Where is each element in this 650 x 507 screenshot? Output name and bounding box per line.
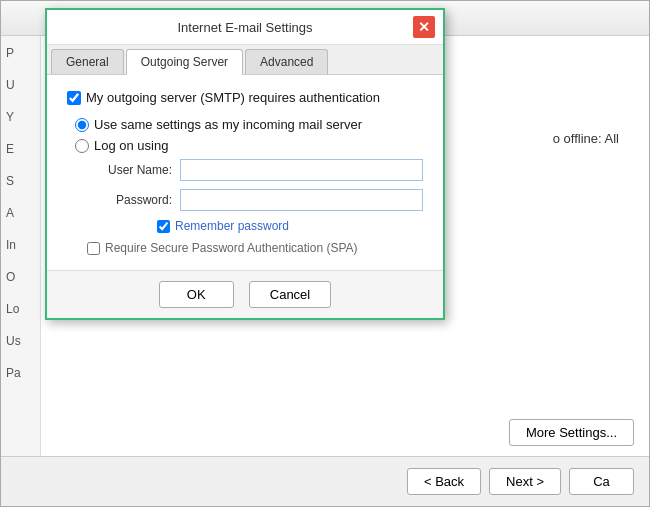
- smtp-auth-checkbox[interactable]: [67, 91, 81, 105]
- close-button[interactable]: ✕: [413, 16, 435, 38]
- username-input[interactable]: [180, 159, 423, 181]
- next-button[interactable]: Next >: [489, 468, 561, 495]
- bg-bottom-bar: < Back Next > Ca: [1, 456, 649, 506]
- sidebar-u: U: [6, 78, 35, 92]
- sidebar-o: O: [6, 270, 35, 284]
- more-settings-button[interactable]: More Settings...: [509, 419, 634, 446]
- sidebar-pa: Pa: [6, 366, 35, 380]
- sidebar-lo: Lo: [6, 302, 35, 316]
- sidebar: P U Y E S A In O Lo Us Pa: [1, 36, 41, 466]
- password-row: Password:: [87, 189, 423, 211]
- password-label: Password:: [87, 193, 172, 207]
- log-on-radio[interactable]: [75, 139, 89, 153]
- sidebar-s: S: [6, 174, 35, 188]
- ok-button[interactable]: OK: [159, 281, 234, 308]
- spa-label: Require Secure Password Authentication (…: [105, 241, 358, 255]
- smtp-auth-label: My outgoing server (SMTP) requires authe…: [86, 90, 380, 105]
- dialog-titlebar: Internet E-mail Settings ✕: [47, 10, 443, 45]
- sidebar-in: In: [6, 238, 35, 252]
- email-settings-dialog: Internet E-mail Settings ✕ General Outgo…: [45, 8, 445, 320]
- tab-outgoing-server[interactable]: Outgoing Server: [126, 49, 243, 75]
- dialog-cancel-button[interactable]: Cancel: [249, 281, 331, 308]
- username-row: User Name:: [87, 159, 423, 181]
- back-button[interactable]: < Back: [407, 468, 481, 495]
- sidebar-e: E: [6, 142, 35, 156]
- remember-password-checkbox[interactable]: [157, 220, 170, 233]
- dialog-footer: OK Cancel: [47, 270, 443, 318]
- sidebar-y: Y: [6, 110, 35, 124]
- same-settings-row: Use same settings as my incoming mail se…: [75, 117, 423, 132]
- spa-checkbox[interactable]: [87, 242, 100, 255]
- cancel-button[interactable]: Ca: [569, 468, 634, 495]
- smtp-auth-row: My outgoing server (SMTP) requires authe…: [67, 90, 423, 105]
- same-settings-label: Use same settings as my incoming mail se…: [94, 117, 362, 132]
- tab-advanced[interactable]: Advanced: [245, 49, 328, 74]
- log-on-label: Log on using: [94, 138, 168, 153]
- remember-password-row: Remember password: [157, 219, 423, 233]
- remember-password-label: Remember password: [175, 219, 289, 233]
- offline-label: o offline: All: [553, 131, 619, 146]
- form-fields: User Name: Password:: [87, 159, 423, 211]
- same-settings-radio[interactable]: [75, 118, 89, 132]
- dialog-tabs: General Outgoing Server Advanced: [47, 45, 443, 75]
- sidebar-a: A: [6, 206, 35, 220]
- log-on-row: Log on using: [75, 138, 423, 153]
- password-input[interactable]: [180, 189, 423, 211]
- username-label: User Name:: [87, 163, 172, 177]
- tab-general[interactable]: General: [51, 49, 124, 74]
- dialog-title: Internet E-mail Settings: [77, 20, 413, 35]
- spa-row: Require Secure Password Authentication (…: [87, 241, 423, 255]
- dialog-body: My outgoing server (SMTP) requires authe…: [47, 75, 443, 270]
- sidebar-us: Us: [6, 334, 35, 348]
